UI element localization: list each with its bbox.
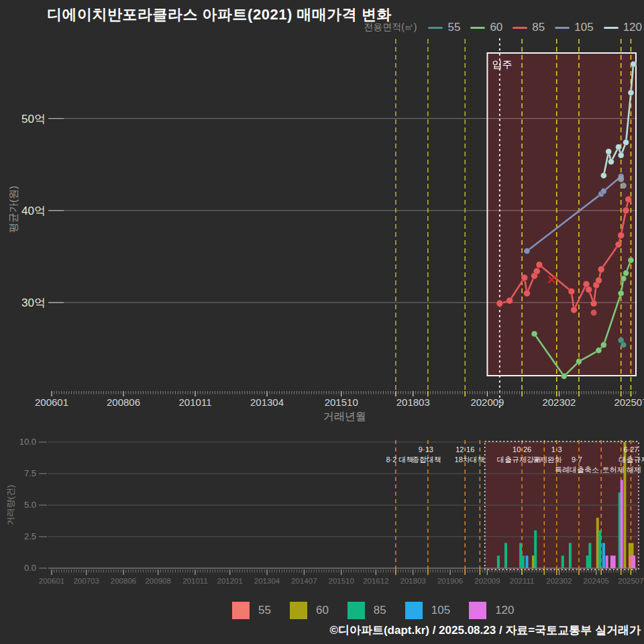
price-y-tick-label: 30억	[21, 297, 46, 309]
volume-x-tick-label: 201906	[437, 577, 463, 585]
policy-annotation: 규제완화	[533, 455, 562, 464]
price-point-120	[628, 90, 634, 96]
volume-legend-swatch-55	[232, 602, 250, 619]
policy-annotation: 종합대책	[412, 455, 441, 464]
policy-annotation: 9·13	[419, 445, 433, 453]
volume-x-tick-label: 201612	[363, 577, 388, 585]
volume-bar-105	[526, 555, 529, 568]
volume-bar-85	[586, 555, 589, 568]
volume-x-tick-label: 202507	[618, 577, 643, 585]
price-extra-dot	[618, 176, 624, 182]
price-point-120	[618, 152, 624, 158]
price-point-85	[618, 232, 625, 239]
price-point-85	[625, 196, 632, 203]
policy-annotation: 10·26	[513, 445, 531, 453]
volume-bar-120	[606, 555, 608, 568]
price-point-120	[623, 140, 629, 146]
volume-x-ticks	[54, 570, 636, 573]
volume-legend-item-55[interactable]: 55	[232, 602, 271, 619]
price-point-85	[615, 241, 622, 248]
volume-x-tick-label: 200703	[73, 577, 99, 585]
policy-annotation: 8·2 대책	[386, 455, 413, 464]
volume-legend-swatch-120	[469, 602, 486, 619]
volume-x-tick-label: 201011	[182, 577, 208, 585]
price-point-120	[616, 144, 622, 150]
volume-x-tick-label: 201407	[291, 577, 317, 585]
price-point-105	[524, 248, 530, 254]
price-point-60	[628, 257, 634, 263]
charts-canvas: 30억40억50억입주20060120080620101120130420151…	[0, 0, 644, 644]
price-x-tick-label: 202009	[470, 396, 504, 408]
volume-x-tick-label: 202111	[510, 577, 535, 585]
price-point-85	[571, 307, 578, 313]
price-x-ticks	[54, 391, 636, 394]
price-point-85	[521, 274, 528, 281]
policy-annotation: 12·16	[455, 445, 474, 453]
policy-annotation: 6·27	[623, 445, 638, 453]
volume-bar-85	[504, 543, 507, 568]
volume-bar-120	[610, 555, 613, 568]
volume-legend-swatch-105	[405, 602, 423, 619]
price-point-120	[608, 159, 614, 165]
price-point-85	[523, 290, 530, 297]
price-point-85	[506, 297, 513, 304]
price-point-85	[586, 286, 592, 293]
volume-legend-item-105[interactable]: 105	[405, 602, 450, 619]
volume-legend: 556085105120	[232, 602, 515, 619]
price-point-60	[600, 342, 606, 348]
volume-legend-item-60[interactable]: 60	[290, 602, 329, 619]
price-x-tick-label: 201011	[179, 396, 212, 408]
volume-legend-label: 120	[495, 604, 514, 617]
price-point-105	[600, 188, 606, 194]
price-point-60	[531, 331, 537, 337]
price-point-85	[623, 207, 629, 214]
volume-y-tick-label: 7.5	[24, 468, 36, 478]
volume-bar-85	[588, 543, 591, 568]
volume-x-tick-label: 201803	[400, 577, 426, 585]
price-point-60	[621, 276, 627, 282]
policy-annotation: 9·7	[572, 455, 582, 464]
policy-annotation: 대출규제	[619, 455, 644, 464]
policy-annotation: 18차대책	[455, 455, 485, 464]
volume-x-tick-label: 200908	[145, 577, 170, 585]
price-point-55	[621, 342, 627, 348]
price-x-axis-title: 거래년월	[323, 410, 366, 424]
volume-x-tick-label: 202009	[474, 577, 500, 585]
price-point-85	[496, 300, 503, 307]
footer-credit: ©디아파트(dapt.kr) / 2025.08.23 / 자료=국토교통부 실…	[329, 623, 641, 638]
volume-x-tick-label: 202302	[546, 577, 572, 585]
price-point-120	[600, 172, 606, 178]
volume-y-axis-title: 거래량(건)	[5, 485, 17, 526]
price-x-tick-label: 202507	[614, 396, 644, 408]
volume-x-tick-label: 202405	[584, 577, 609, 585]
volume-y-tick-label: 5.0	[24, 500, 36, 510]
price-x-tick-label: 200806	[107, 396, 140, 408]
price-y-axis-title: 평균가(원)	[7, 186, 20, 233]
volume-legend-item-85[interactable]: 85	[347, 602, 386, 619]
volume-legend-item-120[interactable]: 120	[469, 602, 514, 619]
volume-y-tick-label: 10.0	[19, 437, 36, 447]
volume-legend-swatch-60	[290, 602, 307, 619]
price-x-tick-label: 201304	[250, 396, 284, 408]
price-point-85	[536, 262, 543, 268]
price-point-85	[568, 288, 575, 295]
page: 디에이치반포라클라스 아파트(2021) 매매가격 변화 전용면적(㎡) 556…	[0, 0, 644, 644]
price-point-120	[631, 61, 637, 67]
volume-bar-85	[522, 555, 525, 568]
price-x-tick-label: 200601	[35, 396, 68, 408]
price-point-120	[606, 148, 612, 154]
volume-bar-85	[534, 531, 537, 568]
volume-legend-label: 85	[374, 604, 386, 617]
volume-bar-120	[633, 555, 635, 568]
price-x-tick-label: 201803	[396, 396, 430, 408]
volume-bar-120	[613, 555, 616, 568]
price-y-tick-label: 50억	[21, 113, 46, 125]
volume-bar-85	[497, 555, 500, 568]
volume-bar-120	[621, 480, 623, 568]
volume-legend-label: 60	[316, 604, 329, 617]
volume-x-tick-label: 200601	[39, 577, 64, 585]
volume-legend-label: 55	[258, 604, 271, 617]
price-point-60	[623, 270, 629, 276]
move-in-label: 입주	[492, 58, 512, 70]
volume-legend-swatch-85	[347, 602, 365, 619]
